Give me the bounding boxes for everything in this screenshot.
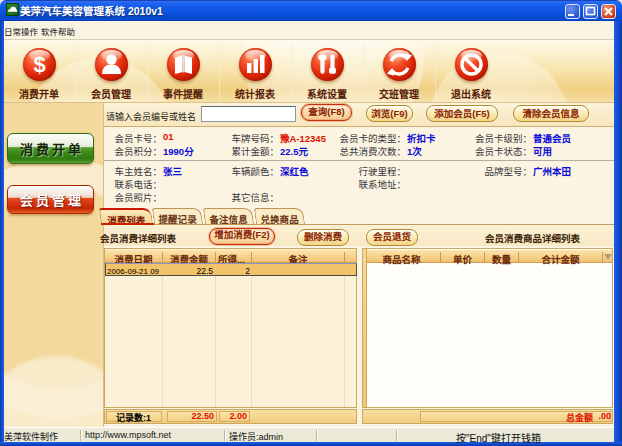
- svg-text:$: $: [33, 52, 45, 77]
